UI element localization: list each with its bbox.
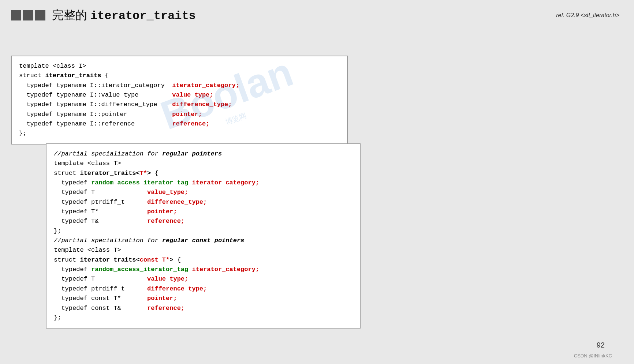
code-line: typedef typename I::pointer pointer; (19, 110, 340, 119)
title-prefix: 完整的 (52, 8, 90, 22)
icon-square-2 (23, 10, 33, 20)
code-line: typedef T value_type; (54, 274, 353, 284)
code-line: typedef random_access_iterator_tag itera… (54, 265, 353, 274)
code-line: typedef random_access_iterator_tag itera… (54, 178, 353, 188)
code-line: typedef T value_type; (54, 188, 353, 197)
code-line: typedef T& reference; (54, 217, 353, 226)
code-line: struct iterator_traits<T*> { (54, 169, 353, 178)
icon-square-3 (35, 10, 45, 20)
code-line: typedef ptrdiff_t difference_type; (54, 198, 353, 207)
code-line: typedef T* pointer; (54, 207, 353, 217)
code-line: template <class T> (54, 159, 353, 168)
code-line: typedef typename I::iterator_category it… (19, 81, 340, 90)
comment-line: //partial specialization for regular con… (54, 236, 353, 245)
content-area: 完整的 iterator_traits ref. G2.9 <stl_itera… (11, 7, 623, 286)
code-line: typedef typename I::difference_type diff… (19, 100, 340, 109)
code-line: typedef typename I::value_type value_typ… (19, 90, 340, 100)
comment-line: //partial specialization for regular poi… (54, 149, 353, 159)
code-line: }; (54, 313, 353, 323)
page-header: 完整的 iterator_traits ref. G2.9 <stl_itera… (11, 7, 623, 23)
code-line: struct iterator_traits { (19, 71, 340, 80)
code-line: struct iterator_traits<const T*> { (54, 255, 353, 265)
header-ref: ref. G2.9 <stl_iterator.h> (556, 12, 619, 19)
page-title: 完整的 iterator_traits (52, 7, 196, 23)
icon-square-1 (11, 10, 21, 20)
code-box-2: //partial specialization for regular poi… (46, 143, 361, 329)
page-number: 92 (597, 341, 605, 349)
code-line: template <class I> (19, 61, 340, 71)
code-line: typedef typename I::reference reference; (19, 119, 340, 129)
code-line: typedef const T* pointer; (54, 294, 353, 303)
code-line: typedef ptrdiff_t difference_type; (54, 284, 353, 294)
code-line: }; (19, 129, 340, 138)
code-line: typedef const T& reference; (54, 304, 353, 313)
code-line: }; (54, 226, 353, 236)
header-icons (11, 10, 45, 20)
code-box-1: template <class I> struct iterator_trait… (11, 56, 348, 145)
code-line: template <class T> (54, 245, 353, 255)
attribution-text: CSDN @INlinkKC (574, 353, 612, 359)
title-code: iterator_traits (90, 9, 196, 23)
